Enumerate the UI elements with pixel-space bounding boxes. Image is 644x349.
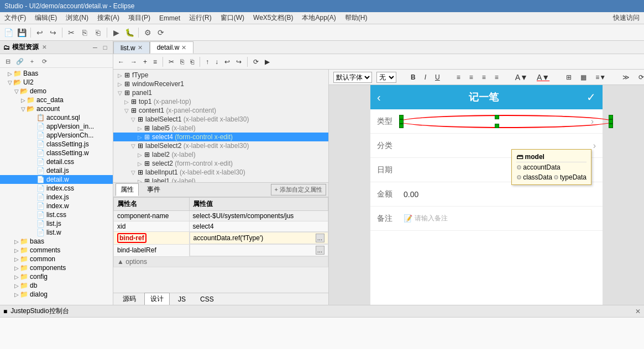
tab-events[interactable]: 事件 bbox=[142, 183, 165, 196]
menu-run[interactable]: 运行(R) bbox=[185, 12, 216, 24]
toggle-acc-data[interactable]: ▷ bbox=[20, 97, 27, 103]
dom-item-label5[interactable]: ▷ ⊞ label5 (x-label) bbox=[113, 124, 328, 133]
tree-item-ui2[interactable]: ▽ 📂 UI2 bbox=[0, 78, 113, 87]
menu-browse[interactable]: 浏览(N) bbox=[61, 12, 93, 24]
border-btn[interactable]: ▦ bbox=[578, 71, 589, 83]
handle-left[interactable] bbox=[399, 119, 404, 124]
dom-item-select2[interactable]: ▷ ⊞ select2 (form-control x-edit) bbox=[113, 159, 328, 168]
format-italic[interactable]: I bbox=[422, 71, 428, 83]
bind-labelref-edit-button[interactable]: … bbox=[316, 246, 324, 255]
panel-minimize[interactable]: ─ bbox=[91, 43, 100, 52]
mobile-back-button[interactable]: ‹ bbox=[377, 91, 381, 104]
dom-toggle-panel1[interactable]: ▽ bbox=[118, 90, 124, 96]
bind-ref-edit-button[interactable]: … bbox=[316, 234, 324, 242]
tree-item-list-w[interactable]: 📄 list.w bbox=[0, 228, 113, 237]
toolbar-save[interactable]: 💾 bbox=[15, 27, 28, 39]
font-select[interactable]: 默认字体 微软雅黑 bbox=[333, 72, 372, 83]
tree-item-dialog[interactable]: ▷ 📁 dialog bbox=[0, 290, 113, 299]
dom-item-top1[interactable]: ▷ ⊞ top1 (x-panel-top) bbox=[113, 97, 328, 106]
ed-list[interactable]: ≡ bbox=[151, 56, 159, 68]
dom-toggle-label5[interactable]: ▷ bbox=[138, 125, 144, 131]
toolbar-cut[interactable]: ✂ bbox=[65, 27, 77, 39]
toolbar-redo[interactable]: ↪ bbox=[47, 27, 59, 39]
tree-item-detail-w[interactable]: 📄 detail.w bbox=[0, 175, 113, 184]
handle-bottom-right[interactable] bbox=[609, 124, 613, 128]
bottom-tab-js[interactable]: JS bbox=[172, 294, 192, 305]
tree-item-account[interactable]: ▽ 📂 account bbox=[0, 104, 113, 113]
ed-refresh[interactable]: ⟳ bbox=[251, 56, 261, 68]
dom-toggle-label2[interactable]: ▷ bbox=[138, 152, 144, 158]
ed-undo[interactable]: ↩ bbox=[222, 56, 232, 68]
dom-item-windowreceiver[interactable]: ▷ ⊞ windowReceiver1 bbox=[113, 80, 328, 88]
bottom-tab-source[interactable]: 源码 bbox=[117, 293, 142, 305]
dom-toggle-labelselect1[interactable]: ▽ bbox=[131, 117, 138, 123]
tree-item-list-css[interactable]: 📄 list.css bbox=[0, 210, 113, 219]
tree-item-detail-css[interactable]: 📄 detail.css bbox=[0, 157, 113, 166]
handle-top-right[interactable] bbox=[609, 115, 613, 119]
toggle-baas[interactable]: ▷ bbox=[7, 71, 13, 77]
table-insert[interactable]: ⊞ bbox=[564, 71, 574, 83]
align-left[interactable]: ≡ bbox=[454, 71, 463, 83]
tree-item-index-w[interactable]: 📄 index.w bbox=[0, 202, 113, 210]
ed-up[interactable]: ↑ bbox=[203, 56, 211, 68]
align-right[interactable]: ≡ bbox=[480, 71, 488, 83]
tree-item-index-css[interactable]: 📄 index.css bbox=[0, 184, 113, 193]
toolbar-refresh[interactable]: ⟳ bbox=[155, 27, 167, 39]
tree-item-index-js[interactable]: 📄 index.js bbox=[0, 193, 113, 202]
tree-link[interactable]: 🔗 bbox=[14, 56, 25, 66]
mobile-check-button[interactable]: ✓ bbox=[587, 91, 596, 104]
dom-item-labelinput1[interactable]: ▽ ⊞ labelInput1 (x-label-edit x-label30) bbox=[113, 168, 328, 177]
toggle-demo[interactable]: ▽ bbox=[13, 88, 20, 94]
dom-toggle-select4[interactable]: ▷ bbox=[138, 134, 144, 140]
toggle-ui2[interactable]: ▽ bbox=[7, 80, 13, 86]
color-bg[interactable]: A▼ bbox=[513, 71, 530, 83]
dom-toggle-receiver[interactable]: ▷ bbox=[118, 81, 124, 87]
tree-item-classsetting-w[interactable]: 📄 classSetting.w bbox=[0, 149, 113, 157]
dom-item-ftype[interactable]: ▷ ⊞ fType bbox=[113, 71, 328, 80]
handle-top-left[interactable] bbox=[399, 115, 404, 119]
menu-window[interactable]: 窗口(W) bbox=[216, 12, 249, 24]
tree-refresh[interactable]: ⟳ bbox=[39, 56, 50, 66]
color-text[interactable]: A▼ bbox=[535, 71, 552, 83]
ed-copy[interactable]: ⎘ bbox=[178, 56, 186, 68]
align-justify[interactable]: ≡ bbox=[493, 71, 501, 83]
tree-item-db[interactable]: ▷ 📁 db bbox=[0, 281, 113, 290]
toolbar-copy[interactable]: ⎘ bbox=[78, 27, 91, 39]
dom-toggle-content1[interactable]: ▽ bbox=[124, 108, 131, 114]
font-size-select[interactable]: 无 12 14 bbox=[376, 72, 396, 83]
tab-attributes[interactable]: 属性 bbox=[116, 183, 139, 196]
toggle-baas2[interactable]: ▷ bbox=[13, 239, 20, 245]
menu-file[interactable]: 文件(F) bbox=[0, 12, 30, 24]
ed-run[interactable]: ▶ bbox=[263, 56, 272, 68]
dom-item-labelselect1[interactable]: ▽ ⊞ labelSelect1 (x-label-edit x-label30… bbox=[113, 115, 328, 124]
tab-detail-w[interactable]: detail.w ✕ bbox=[150, 41, 194, 54]
toolbar-new[interactable]: 📄 bbox=[2, 27, 14, 39]
model-popup-class-type[interactable]: ⚙ classData ⚙ typeData bbox=[516, 172, 587, 182]
menu-project[interactable]: 项目(P) bbox=[124, 12, 155, 24]
tree-item-detail-js[interactable]: 📄 detail.js bbox=[0, 166, 113, 175]
ed-down[interactable]: ↓ bbox=[213, 56, 221, 68]
tree-item-demo[interactable]: ▽ 📂 demo bbox=[0, 87, 113, 96]
tab-list-w[interactable]: list.w ✕ bbox=[113, 41, 150, 54]
tree-item-appversion-in[interactable]: 📄 appVersion_in... bbox=[0, 122, 113, 131]
tree-item-baas2[interactable]: ▷ 📁 baas bbox=[0, 237, 113, 246]
menu-search[interactable]: 搜索(A) bbox=[93, 12, 124, 24]
ed-add[interactable]: + bbox=[141, 56, 149, 68]
handle-top[interactable] bbox=[495, 115, 499, 119]
tree-new[interactable]: + bbox=[27, 56, 38, 66]
menu-edit[interactable]: 编辑(E) bbox=[30, 12, 61, 24]
handle-bottom[interactable] bbox=[495, 124, 499, 128]
dom-item-content1[interactable]: ▽ ⊞ content1 (x-panel-content) bbox=[113, 106, 328, 115]
menu-emmet[interactable]: Emmet bbox=[155, 13, 185, 23]
bottom-tab-css[interactable]: CSS bbox=[194, 294, 220, 305]
panel-maximize[interactable]: □ bbox=[101, 43, 109, 52]
prop-value-component[interactable]: select-$UI/system/components/jus bbox=[189, 211, 328, 221]
prop-value-bind-ref[interactable]: accountData.ref('fType') … bbox=[190, 232, 328, 244]
align-center[interactable]: ≡ bbox=[467, 71, 475, 83]
tree-item-baas[interactable]: ▷ 📁 Baas bbox=[0, 69, 113, 78]
ed-back[interactable]: ← bbox=[116, 56, 127, 68]
model-popup-account[interactable]: ⚙ accountData bbox=[516, 162, 587, 172]
dom-toggle-labelinput1[interactable]: ▽ bbox=[131, 170, 138, 176]
handle-bottom-left[interactable] bbox=[399, 124, 404, 128]
dom-toggle-select2[interactable]: ▷ bbox=[138, 161, 144, 167]
